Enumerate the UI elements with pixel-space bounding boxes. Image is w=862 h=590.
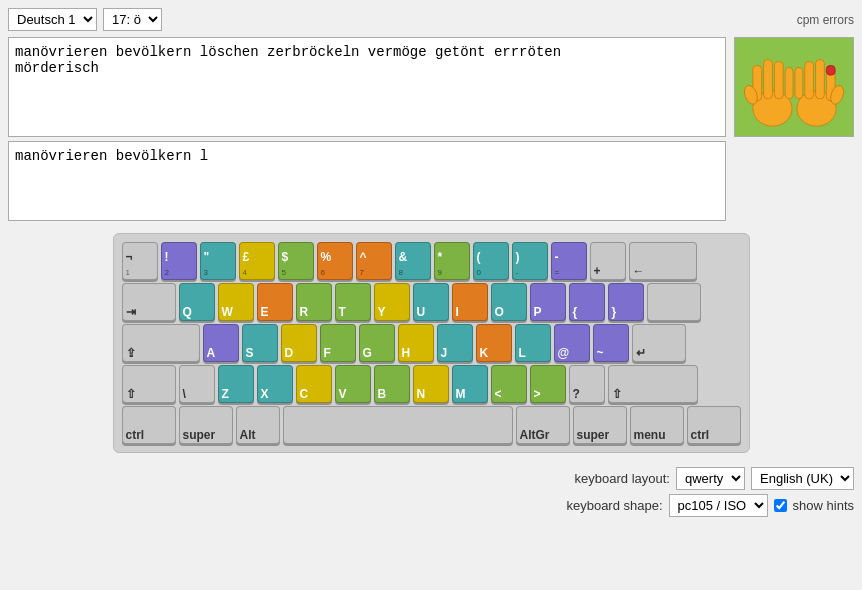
key-3-0[interactable]: ⇧	[122, 365, 176, 403]
key-0-13[interactable]: ←	[629, 242, 697, 280]
key-2-8[interactable]: K	[476, 324, 512, 362]
key-3-6[interactable]: B	[374, 365, 410, 403]
key-1-1[interactable]: Q	[179, 283, 215, 321]
content-row	[8, 37, 854, 221]
key-2-4[interactable]: F	[320, 324, 356, 362]
key-1-9[interactable]: O	[491, 283, 527, 321]
key-4-0[interactable]: ctrl	[122, 406, 176, 444]
key-4-7[interactable]: ctrl	[687, 406, 741, 444]
key-3-3[interactable]: X	[257, 365, 293, 403]
svg-rect-5	[785, 67, 793, 98]
layout-row: keyboard layout: qwerty English (UK)	[575, 467, 854, 490]
key-1-4[interactable]: R	[296, 283, 332, 321]
top-bar: Deutsch 1 17: ö cpm errors	[8, 8, 854, 31]
key-1-8[interactable]: I	[452, 283, 488, 321]
lesson-select[interactable]: 17: ö	[103, 8, 162, 31]
key-3-7[interactable]: N	[413, 365, 449, 403]
key-1-2[interactable]: W	[218, 283, 254, 321]
cpm-errors-label: cpm errors	[797, 13, 854, 27]
hands-display	[734, 37, 854, 137]
svg-rect-10	[805, 62, 814, 99]
svg-rect-4	[774, 62, 783, 99]
key-0-5[interactable]: %6	[317, 242, 353, 280]
key-0-7[interactable]: &8	[395, 242, 431, 280]
layout-qwerty-select[interactable]: qwerty	[676, 467, 745, 490]
key-2-5[interactable]: G	[359, 324, 395, 362]
key-1-5[interactable]: T	[335, 283, 371, 321]
key-1-6[interactable]: Y	[374, 283, 410, 321]
show-hints-checkbox[interactable]	[774, 499, 787, 512]
region-select[interactable]: English (UK)	[751, 467, 854, 490]
key-0-3[interactable]: £4	[239, 242, 275, 280]
key-row-1: ⇥QWERTYUIOP{}	[122, 283, 741, 321]
key-1-3[interactable]: E	[257, 283, 293, 321]
svg-rect-13	[826, 65, 835, 75]
key-0-9[interactable]: (0	[473, 242, 509, 280]
key-3-9[interactable]: <	[491, 365, 527, 403]
keyboard: ¬1!2"3£4$5%6^7&8*9(0)--=+←⇥QWERTYUIOP{}⇪…	[113, 233, 750, 453]
key-0-0[interactable]: ¬1	[122, 242, 158, 280]
keyboard-wrapper: ¬1!2"3£4$5%6^7&8*9(0)--=+←⇥QWERTYUIOP{}⇪…	[8, 233, 854, 453]
key-0-2[interactable]: "3	[200, 242, 236, 280]
key-2-7[interactable]: J	[437, 324, 473, 362]
key-2-11[interactable]: ~	[593, 324, 629, 362]
text-areas	[8, 37, 726, 221]
key-row-0: ¬1!2"3£4$5%6^7&8*9(0)--=+←	[122, 242, 741, 280]
key-0-4[interactable]: $5	[278, 242, 314, 280]
key-0-11[interactable]: -=	[551, 242, 587, 280]
key-2-10[interactable]: @	[554, 324, 590, 362]
key-2-9[interactable]: L	[515, 324, 551, 362]
shape-row: keyboard shape: pc105 / ISO show hints	[566, 494, 854, 517]
keyboard-layout-label: keyboard layout:	[575, 471, 670, 486]
hands-svg	[735, 38, 853, 136]
key-row-2: ⇪ASDFGHJKL@~↵	[122, 324, 741, 362]
key-3-4[interactable]: C	[296, 365, 332, 403]
key-3-8[interactable]: M	[452, 365, 488, 403]
key-1-11[interactable]: {	[569, 283, 605, 321]
key-3-5[interactable]: V	[335, 365, 371, 403]
key-2-3[interactable]: D	[281, 324, 317, 362]
key-1-0[interactable]: ⇥	[122, 283, 176, 321]
key-3-10[interactable]: >	[530, 365, 566, 403]
key-0-6[interactable]: ^7	[356, 242, 392, 280]
key-0-1[interactable]: !2	[161, 242, 197, 280]
shape-select[interactable]: pc105 / ISO	[669, 494, 768, 517]
key-4-2[interactable]: Alt	[236, 406, 280, 444]
key-4-3[interactable]	[283, 406, 513, 444]
key-0-10[interactable]: )-	[512, 242, 548, 280]
top-left-controls: Deutsch 1 17: ö	[8, 8, 162, 31]
key-2-2[interactable]: S	[242, 324, 278, 362]
key-4-1[interactable]: super	[179, 406, 233, 444]
key-row-3: ⇧\ZXCVBNM<>?⇧	[122, 365, 741, 403]
key-0-12[interactable]: +	[590, 242, 626, 280]
keyboard-shape-label: keyboard shape:	[566, 498, 662, 513]
input-textarea[interactable]	[8, 141, 726, 221]
show-hints-label: show hints	[793, 498, 854, 513]
key-4-6[interactable]: menu	[630, 406, 684, 444]
settings-bar: keyboard layout: qwerty English (UK) key…	[8, 467, 854, 517]
svg-rect-3	[764, 60, 773, 99]
key-1-10[interactable]: P	[530, 283, 566, 321]
source-textarea[interactable]	[8, 37, 726, 137]
key-4-5[interactable]: super	[573, 406, 627, 444]
key-2-0[interactable]: ⇪	[122, 324, 200, 362]
key-1-7[interactable]: U	[413, 283, 449, 321]
key-3-2[interactable]: Z	[218, 365, 254, 403]
key-3-12[interactable]: ⇧	[608, 365, 698, 403]
key-0-8[interactable]: *9	[434, 242, 470, 280]
key-4-4[interactable]: AltGr	[516, 406, 570, 444]
key-1-13[interactable]	[647, 283, 701, 321]
key-1-12[interactable]: }	[608, 283, 644, 321]
key-3-1[interactable]: \	[179, 365, 215, 403]
key-3-11[interactable]: ?	[569, 365, 605, 403]
key-2-12[interactable]: ↵	[632, 324, 686, 362]
svg-rect-11	[795, 67, 803, 98]
key-2-6[interactable]: H	[398, 324, 434, 362]
language-select[interactable]: Deutsch 1	[8, 8, 97, 31]
key-2-1[interactable]: A	[203, 324, 239, 362]
svg-rect-9	[816, 60, 825, 99]
key-row-4: ctrlsuperAltAltGrsupermenuctrl	[122, 406, 741, 444]
